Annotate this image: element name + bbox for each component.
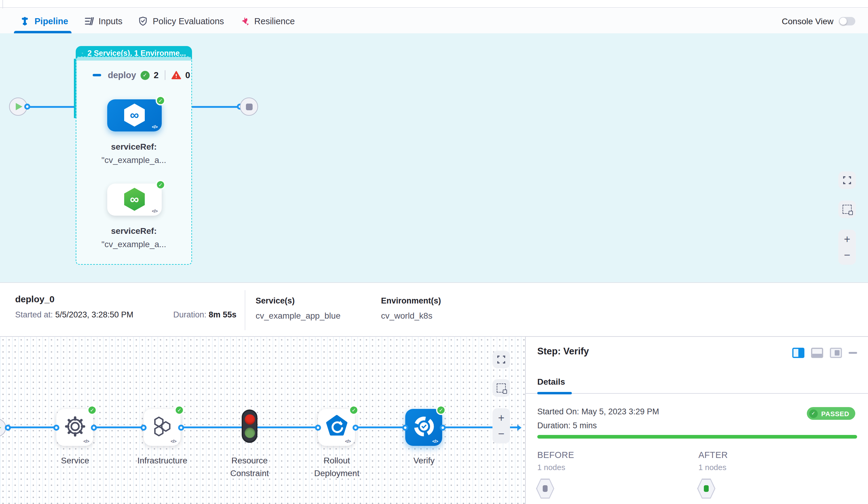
step-node-rollout-deployment[interactable]: </> ✓: [318, 409, 355, 446]
collapse-stage-button[interactable]: [93, 74, 101, 76]
stage-summary-bar: deploy_0 Started at: 5/5/2023, 3:28:50 P…: [0, 282, 868, 337]
service-node-1-label: serviceRef: "cv_example_a...: [76, 140, 192, 167]
environments-value[interactable]: cv_world_k8s: [381, 311, 441, 320]
step-label-service: Service: [39, 454, 112, 467]
details-tab-underline: [537, 392, 572, 394]
success-count: 2: [154, 70, 158, 80]
layout-split-bottom-button[interactable]: [811, 348, 823, 358]
tab-inputs[interactable]: Inputs: [84, 16, 122, 26]
service-hexagon-icon: ∞: [124, 188, 145, 211]
service-node-2-label: serviceRef: "cv_example_a...: [76, 224, 192, 251]
verify-icon: [411, 413, 436, 439]
after-node-dot: [704, 485, 709, 492]
before-node-hexagon[interactable]: [536, 479, 554, 498]
stage-title: deploy_0: [15, 294, 54, 304]
zoom-in-button[interactable]: +: [844, 234, 850, 245]
play-icon: [0, 424, 1, 431]
tab-policy-evaluations-label: Policy Evaluations: [153, 16, 224, 26]
code-icon: </>: [432, 439, 438, 444]
toggle-knob: [839, 17, 847, 24]
step-node-infrastructure[interactable]: </> ✓: [144, 409, 180, 446]
started-at: Started at: 5/5/2023, 3:28:50 PM: [15, 310, 133, 319]
console-view-label: Console View: [782, 16, 834, 26]
pipeline-icon: [20, 16, 30, 26]
status-badge: ✓ PASSED: [807, 407, 855, 420]
connector-dot: [402, 425, 408, 431]
console-view-toggle[interactable]: [839, 17, 855, 25]
stop-icon: [246, 103, 252, 110]
inputs-icon: [84, 16, 94, 26]
panel-title: Step: Verify: [537, 346, 589, 357]
before-label: BEFORE: [537, 450, 574, 460]
connector-arrow: [517, 424, 521, 430]
fullscreen-button[interactable]: [838, 172, 856, 189]
play-icon: [16, 103, 22, 110]
fullscreen-icon: [843, 176, 852, 185]
fullscreen-button[interactable]: [493, 351, 510, 368]
code-icon: </>: [170, 439, 176, 444]
connector-line: [29, 106, 76, 107]
step-node-resource-constraint[interactable]: [242, 410, 257, 443]
panel-divider: [526, 393, 868, 394]
layout-float-right-button[interactable]: [830, 348, 842, 358]
step-node-service[interactable]: </> ✓: [56, 409, 93, 446]
stage-graph-canvas[interactable]: 2 Service(s), 1 Environme... deploy ✓ 2 …: [0, 33, 868, 282]
verification-progress-bar: [537, 435, 857, 439]
zoom-in-button[interactable]: +: [498, 413, 504, 424]
tab-resilience[interactable]: Resilience: [240, 16, 295, 26]
before-node-count: 1 nodes: [537, 463, 566, 472]
tab-policy-evaluations[interactable]: Policy Evaluations: [138, 16, 224, 26]
code-icon: </>: [83, 439, 89, 444]
tab-bar: Pipeline Inputs Policy Evaluations Resil…: [0, 9, 868, 33]
connector-dot: [24, 104, 30, 110]
gear-icon: [63, 414, 87, 438]
top-strip: [0, 0, 868, 8]
code-icon: </>: [345, 439, 351, 444]
after-node-count: 1 nodes: [699, 463, 726, 472]
zoom-control: + −: [838, 229, 856, 265]
step-label-rollout-deployment: Rollout Deployment: [300, 454, 373, 480]
before-node-dot: [543, 485, 548, 492]
service-hexagon-icon: ∞: [124, 104, 145, 127]
selection-mode-button[interactable]: [838, 200, 856, 218]
services-column: Service(s) cv_example_app_blue: [256, 296, 340, 320]
zoom-out-button[interactable]: −: [844, 249, 850, 260]
code-icon: </>: [152, 124, 157, 130]
resilience-icon: [240, 16, 250, 26]
connector-dot: [141, 425, 147, 431]
step-label-resource-constraint: Resource Constraint: [219, 454, 280, 480]
zoom-out-button[interactable]: −: [498, 428, 504, 439]
count-divider: [165, 70, 165, 80]
marquee-icon: [497, 383, 506, 392]
connector-dot: [315, 425, 321, 431]
success-count-icon: ✓: [140, 71, 149, 80]
service-node-2[interactable]: ∞ </> ✓: [107, 184, 162, 216]
success-check-icon: ✓: [156, 96, 165, 105]
success-check-icon: ✓: [156, 180, 165, 189]
services-value[interactable]: cv_example_app_blue: [256, 311, 340, 320]
panel-layout-controls: [792, 348, 857, 358]
minimize-panel-button[interactable]: [849, 352, 857, 354]
hexagons-icon: [151, 415, 174, 438]
after-label: AFTER: [699, 450, 728, 460]
layout-split-right-button[interactable]: [792, 348, 804, 358]
step-execution-canvas[interactable]: </> ✓ Service </> ✓ Infrastructure Resou…: [0, 337, 525, 504]
tab-pipeline[interactable]: Pipeline: [20, 16, 68, 26]
service-node-1[interactable]: ∞ </> ✓: [107, 99, 162, 132]
step-started-on: Started On: May 5, 2023 3:29 PM: [537, 407, 659, 416]
traffic-light-green: [245, 428, 255, 438]
connector-dot: [440, 425, 446, 431]
code-icon: </>: [152, 208, 157, 214]
pipeline-end-node[interactable]: [240, 97, 258, 116]
step-node-verify[interactable]: </> ✓: [405, 409, 442, 446]
tab-inputs-label: Inputs: [99, 16, 122, 26]
after-node-hexagon[interactable]: [697, 479, 715, 498]
stage-deploy-group[interactable]: deploy ✓ 2 0 ∞ </> ✓ serviceRef: "cv_exa…: [76, 56, 192, 265]
step-duration: Duration: 5 mins: [537, 421, 597, 430]
fullscreen-icon: [497, 355, 506, 364]
tab-details[interactable]: Details: [537, 377, 565, 387]
connector-dot: [352, 425, 359, 431]
environments-column: Environment(s) cv_world_k8s: [381, 296, 441, 320]
selection-mode-button[interactable]: [493, 379, 510, 397]
success-check-icon: ✓: [174, 405, 184, 415]
